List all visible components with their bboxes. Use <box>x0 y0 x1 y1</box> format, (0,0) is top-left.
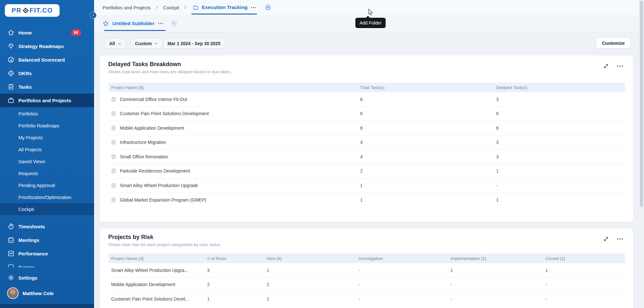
table-row[interactable]: Smart Alloy Wheel Production Upgra... 3 … <box>109 263 625 278</box>
delayed-tasks: 1 <box>494 197 625 203</box>
sidebar-item-saved-views[interactable]: Saved Views <box>0 155 94 167</box>
sidebar-item-label: Timesheets <box>18 224 45 229</box>
risk-investigation: - <box>356 268 448 273</box>
table-row[interactable]: Infrastructure Migration 4 3 <box>109 135 625 150</box>
table-row[interactable]: Smart Alloy Wheel Production Upgrade 1 - <box>109 178 625 193</box>
sidebar-item-strategy-roadmaps[interactable]: Strategy Roadmaps <box>0 39 94 53</box>
table-row[interactable]: Mobile Application Development 2 2 - - - <box>109 278 625 292</box>
date-range-picker[interactable]: Mar 1 2024 - Sep 30 2025 <box>163 38 225 49</box>
user-name: Matthew Cole <box>23 291 54 296</box>
delayed-tasks: 1 <box>494 168 625 174</box>
tab-untitled-subfolder[interactable]: Untitled Subfolder <box>112 15 163 32</box>
sidebar-item-survey-clipped[interactable]: Survey <box>0 260 94 267</box>
target-icon <box>8 70 14 76</box>
document-icon <box>111 197 116 203</box>
sidebar-item-label: Strategy Roadmaps <box>18 44 64 49</box>
logo-target-icon <box>23 7 29 14</box>
sidebar-item-requests[interactable]: Requests <box>0 167 94 179</box>
total-tasks: 1 <box>358 197 494 203</box>
sidebar-item-prioritization-optimization[interactable]: Prioritization/Optimization <box>0 191 94 203</box>
sub-item-label: Pending Approval <box>18 183 55 188</box>
sidebar-item-settings[interactable]: Settings <box>0 271 94 284</box>
table-row[interactable]: Customer Pain Point Solutions Developmen… <box>109 107 625 121</box>
expand-icon[interactable] <box>603 63 609 69</box>
risk-closed: 1 <box>543 268 625 273</box>
more-options-icon[interactable] <box>617 64 623 68</box>
table-row[interactable]: Mobile Application Development 6 6 <box>109 121 625 135</box>
table-row[interactable]: Commercial Office Interior Fit-Out 6 3 <box>109 92 625 107</box>
tab-label: Execution Tracking <box>202 5 247 10</box>
total-tasks: 6 <box>358 97 494 102</box>
breadcrumb-portfolios-and-projects[interactable]: Portfolios and Projects <box>102 5 151 10</box>
table-row[interactable]: Parkside Residences Development 2 1 <box>109 164 625 179</box>
chevron-down-icon <box>118 42 121 45</box>
sidebar-item-my-projects[interactable]: My Projects <box>0 132 94 144</box>
tab-execution-tracking[interactable]: Execution Tracking <box>191 0 257 15</box>
column-header[interactable]: Project Name [8] <box>109 85 358 90</box>
column-header[interactable]: Delayed Task(s) <box>494 85 625 90</box>
chevron-left-icon <box>92 14 95 17</box>
card-subtitle: Shows total tasks and how many are delay… <box>108 69 625 74</box>
column-header[interactable]: Project Name [3] <box>109 256 205 261</box>
breadcrumb-bar: Portfolios and Projects Cockpit Executio… <box>94 0 644 15</box>
tab-more-icon[interactable] <box>251 7 256 8</box>
sidebar-item-okrs[interactable]: OKRs <box>0 66 94 80</box>
sidebar: PR FIT.CO Home 84 Strategy Roadmaps Bala… <box>0 0 94 308</box>
risk-investigation: - <box>356 296 448 302</box>
sidebar-item-timesheets[interactable]: Timesheets <box>0 220 94 233</box>
document-icon <box>111 154 116 159</box>
table-row[interactable]: Small Office Renovation 4 3 <box>109 150 625 164</box>
sidebar-item-label: Survey <box>18 264 34 268</box>
filter-all-dropdown[interactable]: All <box>105 38 126 49</box>
project-name: Small Office Renovation <box>120 154 168 159</box>
document-icon <box>111 183 116 188</box>
column-header[interactable]: Total Task(s) <box>358 85 494 90</box>
sidebar-item-tasks[interactable]: Tasks <box>0 80 94 94</box>
column-header[interactable]: New [4] <box>264 256 356 261</box>
project-name: Infrastructure Migration <box>120 140 166 145</box>
sidebar-item-portfolios[interactable]: Portfolios <box>0 108 94 120</box>
expand-icon[interactable] <box>603 236 609 242</box>
vertical-scrollbar[interactable] <box>639 0 644 308</box>
home-icon <box>8 29 14 36</box>
folder-icon <box>193 5 199 10</box>
active-subfolder-indicator <box>104 30 166 31</box>
sidebar-item-label: Settings <box>18 275 37 281</box>
breadcrumb-cockpit[interactable]: Cockpit <box>163 5 179 10</box>
add-folder-button[interactable] <box>265 5 271 10</box>
column-header[interactable]: Investigation <box>356 256 448 261</box>
sidebar-item-cockpit[interactable]: Cockpit <box>0 203 94 215</box>
table-row[interactable]: Customer Pain Point Solutions Devel... 1… <box>109 292 625 306</box>
column-header[interactable]: Closed [1] <box>543 256 625 261</box>
column-header[interactable]: Implementation [1] <box>448 256 543 261</box>
sidebar-item-performance[interactable]: Performance <box>0 247 94 260</box>
sidebar-item-meetings[interactable]: Meetings <box>0 233 94 247</box>
active-tab-indicator <box>191 14 257 15</box>
sidebar-item-label: Performance <box>18 251 48 256</box>
sidebar-item-portfolio-roadmaps[interactable]: Portfolio Roadmaps <box>0 120 94 132</box>
profit-co-logo[interactable]: PR FIT.CO <box>5 4 60 17</box>
subfolder-more-icon[interactable] <box>158 23 163 24</box>
sidebar-collapse-button[interactable] <box>90 12 96 18</box>
user-menu[interactable]: Matthew Cole <box>0 286 94 300</box>
customize-button[interactable]: Customize <box>596 37 630 49</box>
more-options-icon[interactable] <box>617 237 623 241</box>
project-name: Customer Pain Point Solutions Developmen… <box>120 111 209 116</box>
sidebar-item-balanced-scorecard[interactable]: Balanced Scorecard <box>0 53 94 66</box>
add-subfolder-button[interactable] <box>171 21 177 26</box>
filter-custom-dropdown[interactable]: Custom <box>130 38 163 49</box>
project-name: Smart Alloy Wheel Production Upgra... <box>111 268 188 273</box>
sidebar-item-home[interactable]: Home 84 <box>0 26 94 39</box>
total-tasks: 6 <box>358 125 494 131</box>
lightbulb-icon <box>8 43 14 49</box>
survey-icon <box>8 264 14 267</box>
column-header[interactable]: # of Risks <box>205 256 264 261</box>
sidebar-item-all-projects[interactable]: All Projects <box>0 144 94 155</box>
risk-implementation: - <box>448 296 543 302</box>
sub-item-label: Prioritization/Optimization <box>18 195 71 200</box>
sidebar-item-portfolios-and-projects[interactable]: Portfolios and Projects <box>0 94 94 107</box>
star-icon[interactable] <box>102 20 109 27</box>
table-row[interactable]: Global Market Expansion Program (GMEP) 1… <box>109 193 625 207</box>
sidebar-item-pending-approval[interactable]: Pending Approval <box>0 179 94 191</box>
scrollbar-thumb[interactable] <box>640 1 643 207</box>
